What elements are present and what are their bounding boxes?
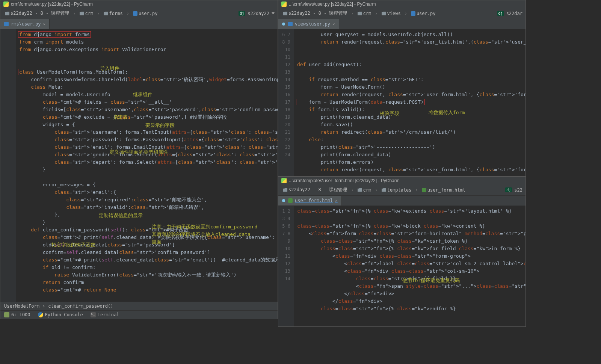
- terminal-icon: [91, 312, 96, 317]
- annotation: 其后面校验的字段将不会放入cleaned_data: [152, 231, 251, 238]
- bc-crm[interactable]: crm: [356, 187, 373, 193]
- annotation: 定制错误信息的显示: [99, 212, 143, 219]
- code-editor[interactable]: 1 2 3 4 5 6 7 8 9 10 11 12 13 14 class=c…: [278, 206, 525, 326]
- editor-tab[interactable]: views\user.py ×: [278, 19, 339, 29]
- folder-icon: [358, 12, 362, 15]
- terminal-tool[interactable]: Terminal: [91, 312, 119, 317]
- annotation: 里面: [152, 239, 162, 245]
- python-file-icon: [411, 11, 415, 16]
- editor-tab[interactable]: user_form.html ×: [278, 196, 342, 205]
- django-icon: dj: [505, 187, 512, 192]
- breadcrumbs: s22day22 - 8 - 课程管理 crm views user.py dj…: [278, 8, 525, 19]
- folder-icon: [104, 12, 108, 15]
- bc-file[interactable]: user.py: [131, 10, 159, 17]
- run-config[interactable]: dj s22day22: [239, 11, 275, 16]
- bc-file[interactable]: user_form.html: [420, 187, 467, 193]
- bc-project[interactable]: s22day22 - 8 - 课程管理: [281, 9, 349, 17]
- folder-icon: [80, 12, 84, 15]
- html-file-icon: [422, 188, 426, 192]
- python-file-icon: [133, 11, 137, 16]
- window-title: ...\crm\templates\user_form.html [s22day…: [289, 178, 400, 183]
- chevron-down-icon: [272, 12, 275, 14]
- annotation: 将数据传入form: [429, 109, 465, 116]
- code-editor[interactable]: 6 7 8 9 10 11 12 13 14 15 16 17 18 19 20…: [278, 29, 525, 176]
- tabbar: rms\user.py ×: [0, 19, 278, 29]
- pycharm-icon: [3, 2, 9, 7]
- todo-tool[interactable]: 6: TODO: [4, 312, 30, 317]
- close-icon[interactable]: ×: [332, 22, 335, 27]
- folder-icon: [283, 188, 287, 192]
- window-title: crm\forms\user.py [s22day22] - PyCharm: [11, 2, 93, 7]
- django-icon: dj: [497, 11, 504, 16]
- close-icon[interactable]: ×: [43, 22, 45, 27]
- annotation: 指定表: [113, 114, 128, 121]
- annotation: 注意：由于钩子函数设置到comfirm_password: [152, 224, 257, 230]
- todo-icon: [4, 312, 9, 317]
- titlebar: ...\crm\templates\user_form.html [s22day…: [278, 177, 525, 184]
- code-editor[interactable]: from django import forms from crm import…: [0, 29, 278, 302]
- tool-window-bar: 6: TODO Python Console Terminal: [0, 310, 278, 319]
- line-gutter: 1 2 3 4 5 6 7 8 9 10 11 12 13 14: [278, 206, 294, 326]
- bc-views[interactable]: views: [380, 10, 402, 17]
- close-icon[interactable]: ×: [335, 198, 338, 203]
- python-icon: [38, 312, 43, 317]
- django-icon: dj: [239, 11, 245, 16]
- folder-icon: [5, 12, 9, 15]
- right-top-pycharm-window: ...\crm\views\user.py [s22day22] - PyCha…: [278, 0, 526, 177]
- folder-icon: [283, 12, 287, 15]
- code-body[interactable]: user_queryset = models.UserInfo.objects.…: [294, 29, 525, 176]
- bc-crm[interactable]: crm: [78, 10, 95, 17]
- pycharm-icon: [281, 2, 287, 7]
- editor-tab[interactable]: rms\user.py ×: [0, 19, 50, 29]
- titlebar: ...\crm\views\user.py [s22day22] - PyCha…: [278, 0, 525, 8]
- tabbar: views\user.py ×: [278, 19, 525, 29]
- bc-templates[interactable]: templates: [380, 187, 413, 193]
- annotation: 导入组件: [100, 65, 119, 72]
- breadcrumbs: s22day22 - 8 - 课程管理 crm forms user.py dj…: [0, 8, 278, 19]
- bc-crm[interactable]: crm: [356, 10, 373, 17]
- folder-icon: [382, 188, 386, 192]
- code-body[interactable]: class=class="str">"fn">{% class="kw">ext…: [294, 206, 525, 326]
- left-pycharm-window: crm\forms\user.py [s22day22] - PyCharm s…: [0, 0, 278, 319]
- pycharm-icon: [281, 178, 287, 183]
- run-config[interactable]: dj s22dar: [497, 11, 522, 16]
- breadcrumbs: s22day22 - 8 - 课程管理 crm templates user_f…: [278, 184, 525, 196]
- annotation: 校验字段: [380, 110, 399, 117]
- annotation: 使用for循环避免重复代码: [402, 277, 460, 284]
- bc-file[interactable]: user.py: [409, 10, 437, 17]
- modified-dot-icon: [282, 23, 285, 26]
- html-file-icon: [288, 198, 293, 203]
- annotation: 继承组件: [133, 91, 153, 98]
- code-body[interactable]: from django import forms from crm import…: [16, 29, 278, 302]
- modified-dot-icon: [282, 199, 285, 202]
- annotation: 定义插件里面的类型和属性: [109, 149, 168, 156]
- annotation: 指定字段的钩子函数: [51, 242, 95, 248]
- titlebar: crm\forms\user.py [s22day22] - PyCharm: [0, 0, 278, 8]
- folder-icon: [382, 12, 386, 15]
- tabbar: user_form.html ×: [278, 196, 525, 206]
- bc-project[interactable]: s22day22 - 8 - 课程管理: [281, 186, 349, 194]
- structure-breadcrumb[interactable]: UserModelForm › clean_confirm_password(): [0, 302, 278, 310]
- window-title: ...\crm\views\user.py [s22day22] - PyCha…: [289, 2, 376, 7]
- python-console-tool[interactable]: Python Console: [38, 312, 83, 317]
- line-gutter: 6 7 8 9 10 11 12 13 14 15 16 17 18 19 20…: [278, 29, 294, 176]
- python-file-icon: [288, 22, 293, 26]
- bc-forms[interactable]: forms: [102, 10, 124, 17]
- python-file-icon: [4, 22, 9, 26]
- bc-project[interactable]: s22day22 - 8 - 课程管理: [3, 9, 71, 17]
- folder-icon: [358, 188, 362, 192]
- line-gutter: [0, 29, 16, 302]
- run-config[interactable]: dj s22: [505, 187, 522, 193]
- right-bottom-pycharm-window: ...\crm\templates\user_form.html [s22day…: [278, 177, 526, 327]
- annotation: 要显示的字段: [145, 122, 175, 129]
